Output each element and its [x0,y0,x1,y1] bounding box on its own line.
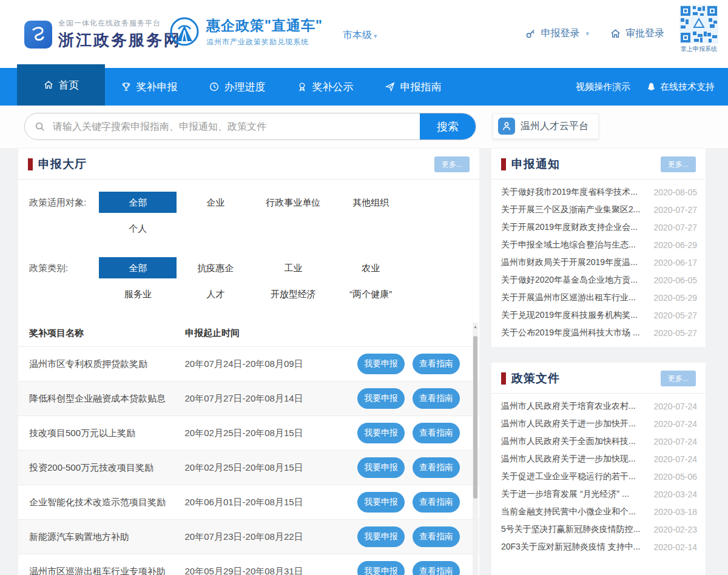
filter-option[interactable]: 抗疫惠企 [177,257,254,278]
talent-platform-link[interactable]: 温州人才云平台 [493,113,599,139]
notice-link[interactable]: 关于开展三个区及浙南产业集聚区2... [501,204,647,215]
notice-link[interactable]: 关于开展2019年度财政支持企业会... [501,222,647,233]
notice-date: 2020-05-29 [653,293,697,303]
approve-login-link[interactable]: 审批登录 [610,27,664,40]
search-button[interactable]: 搜索 [420,113,476,140]
apply-button[interactable]: 我要申报 [357,526,405,547]
notice-link[interactable]: 关于开展温州市区巡游出租车行业... [501,292,647,303]
notice-date: 2020-07-27 [653,223,697,232]
scroll-up-arrow[interactable]: ▲ [473,323,478,331]
list-item: 20F3关于应对新冠肺炎疫情 支持中... 2020-02-14 [501,538,697,556]
filter-option[interactable]: 行政事业单位 [254,192,332,213]
project-name: 企业智能化技术改造示范项目奖励 [29,497,185,508]
project-name: 降低科创型企业融资成本贷款贴息 [29,393,185,405]
policy-link[interactable]: 关于促进工业企业平稳运行的若干... [501,471,647,482]
filter-option[interactable]: 服务业 [99,283,177,304]
policy-link[interactable]: 5号关于坚决打赢新冠肺炎疫情防控... [501,524,647,535]
apply-login-link[interactable]: 申报登录▾ [525,27,589,40]
project-period: 20年07月27日-20年08月14日 [185,393,357,405]
guide-button[interactable]: 查看指南 [413,457,460,478]
tech-support-link[interactable]: 在线技术支持 [646,81,715,93]
main-nav: 首页 奖补申报 办理进度 奖补公示 [0,68,728,106]
list-item: 5号关于坚决打赢新冠肺炎疫情防控... 2020-02-23 [501,520,697,538]
list-item: 关于进一步培育发展 “月光经济” ... 2020-03-24 [501,485,697,503]
filter-option[interactable]: 企业 [177,192,254,213]
search-input[interactable] [46,113,420,140]
guide-button[interactable]: 查看指南 [413,526,460,547]
nav-tab[interactable]: 奖补公示 [281,68,369,106]
guide-button[interactable]: 查看指南 [413,388,460,409]
nav-tab-icon [209,81,220,92]
policy-link[interactable]: 温州市人民政府关于全面加快科技... [501,436,647,447]
policy-link[interactable]: 温州市人民政府关于进一步加快现... [501,454,647,465]
filter-option[interactable]: 全部 [99,257,177,278]
guide-button[interactable]: 查看指南 [413,492,460,513]
guide-button[interactable]: 查看指南 [413,423,460,443]
notice-date: 2020-08-05 [653,187,697,197]
policies-more-button[interactable]: 更多... [661,371,696,386]
filter-option[interactable]: 全部 [99,192,177,213]
nav-tab[interactable]: 办理进度 [193,68,281,106]
list-item: 关于兑现2019年度科技服务机构奖... 2020-05-27 [501,306,697,324]
apply-button[interactable]: 我要申报 [357,561,405,575]
nav-tab[interactable]: 申报指南 [369,68,457,106]
hall-more-button[interactable]: 更多... [434,156,470,172]
key-icon [525,28,536,39]
filter-option[interactable]: 人才 [177,283,254,304]
zhejiang-gov-logo: 全国一体化在线政务服务平台 浙江政务服务网 [24,18,181,51]
table-row: 企业智能化技术改造示范项目奖励 20年06月01日-20年08月15日 我要申报… [18,485,479,519]
filter-option[interactable]: 工业 [254,257,332,278]
policy-link[interactable]: 温州市人民政府关于进一步加快开... [501,419,647,429]
policy-link[interactable]: 当前金融支持民营中小微企业和个... [501,506,647,517]
list-item: 温州市财政局关于开展2019年度温... 2020-06-17 [501,254,697,271]
section-marker [501,158,506,170]
notice-link[interactable]: 温州市财政局关于开展2019年度温... [501,257,647,268]
qr-caption: 掌上申报系统 [678,45,720,53]
project-period: 20年07月23日-20年08月22日 [185,531,357,543]
apply-button[interactable]: 我要申报 [357,423,405,443]
filter-option[interactable]: 其他组织 [332,192,410,213]
nav-tab-icon [121,81,132,92]
policy-date: 2020-02-23 [653,525,697,534]
notice-date: 2020-06-05 [653,275,697,285]
section-marker [501,372,506,385]
project-name: 温州市区巡游出租车行业专项补助 [29,566,185,575]
notice-link[interactable]: 关于申报全域土地综合整治与生态... [501,240,647,251]
nav-tab[interactable]: 奖补申报 [105,68,193,106]
notices-title: 申报通知 [511,156,560,172]
guide-button[interactable]: 查看指南 [413,354,460,374]
notice-date: 2020-07-27 [653,205,697,215]
guide-button[interactable]: 查看指南 [413,561,460,575]
policy-date: 2020-07-24 [653,402,697,411]
project-period: 20年02月25日-20年08月15日 [185,428,357,439]
filter-option[interactable]: 开放型经济 [254,283,332,304]
list-item: 关于做好我市2019年度省科学技术... 2020-08-05 [501,183,697,201]
project-name: 新能源汽车购置地方补助 [29,531,185,543]
qr-code-icon [679,5,718,44]
notice-link[interactable]: 关于做好我市2019年度省科学技术... [501,187,647,198]
filter-option[interactable]: 农业 [332,257,410,278]
notices-more-button[interactable]: 更多... [661,156,696,172]
notice-link[interactable]: 关于公布2019年度温州科技大市场 ... [501,328,647,338]
region-selector[interactable]: 市本级▾ [343,29,377,42]
project-period: 20年07月24日-20年08月09日 [185,358,357,370]
policy-link[interactable]: 关于进一步培育发展 “月光经济” ... [501,489,647,500]
apply-button[interactable]: 我要申报 [357,354,405,374]
policy-link[interactable]: 温州市人民政府关于培育农业农村... [501,401,647,412]
notice-link[interactable]: 关于做好2020年基金岛企业地方贡... [501,275,647,286]
list-item: 关于申报全域土地综合整治与生态... 2020-06-29 [501,236,697,254]
filter-option[interactable]: 个人 [99,218,177,239]
notice-link[interactable]: 关于兑现2019年度科技服务机构奖... [501,310,647,321]
video-demo-link[interactable]: 视频操作演示 [576,81,630,93]
filter-option[interactable]: “两个健康” [332,283,410,304]
scrollbar-thumb[interactable] [473,336,477,499]
apply-button[interactable]: 我要申报 [357,457,405,478]
apply-button[interactable]: 我要申报 [357,492,405,513]
list-scrollbar[interactable]: ▲ [473,323,478,575]
table-row: 投资200-500万元技改项目奖励 20年02月25日-20年08月15日 我要… [18,450,479,485]
policy-link[interactable]: 20F3关于应对新冠肺炎疫情 支持中... [501,542,647,553]
apply-button[interactable]: 我要申报 [357,388,405,409]
table-row: 温州市区专利权质押贷款奖励 20年07月24日-20年08月09日 我要申报 查… [18,346,479,381]
nav-tab[interactable]: 首页 [17,64,105,106]
table-row: 新能源汽车购置地方补助 20年07月23日-20年08月22日 我要申报 查看指… [18,519,479,554]
